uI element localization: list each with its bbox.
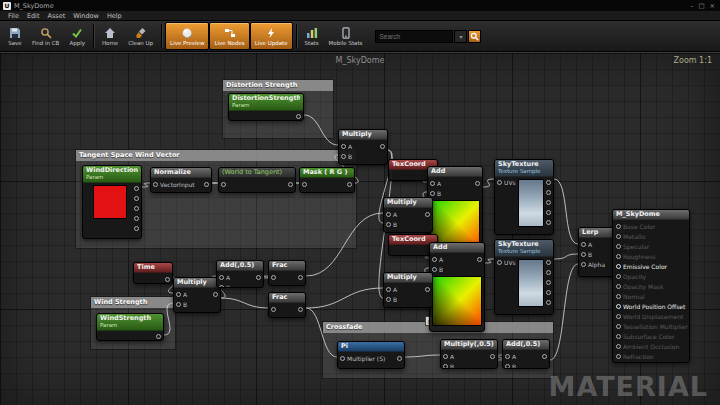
input-pin[interactable] (221, 180, 226, 188)
input-pin[interactable]: B (219, 283, 230, 288)
node-multiply-3[interactable]: MultiplyAB (383, 272, 433, 308)
output-pin[interactable] (213, 290, 218, 298)
node-add-2[interactable]: AddAB (429, 242, 485, 332)
node-multiply-2[interactable]: MultiplyAB (383, 197, 433, 233)
output-pin[interactable] (256, 273, 261, 281)
live-nodes-toggle[interactable]: Live Nodes (209, 22, 249, 50)
input-pin[interactable]: VectorInput (153, 180, 195, 188)
output-pin[interactable] (347, 180, 352, 188)
menu-help[interactable]: Help (103, 12, 126, 20)
output-pin-base-color[interactable]: Base Color (613, 221, 689, 231)
output-pin-emissive-color[interactable]: Emissive Color (613, 261, 689, 271)
node-add-0-5-a[interactable]: Add(,0.5)AB (216, 260, 264, 288)
apply-button[interactable]: Apply (64, 22, 90, 50)
node-skytexture-2[interactable]: SkyTextureTexture SampleUVs (494, 239, 554, 315)
output-pin-subsurface-color[interactable]: Subsurface Color (613, 331, 689, 341)
output-pin[interactable] (546, 199, 551, 207)
node-winddirection[interactable]: WindDirectionParam (82, 165, 142, 239)
output-pin[interactable] (298, 305, 303, 313)
output-pin-specular[interactable]: Specular (613, 241, 689, 251)
output-pin[interactable] (288, 180, 293, 188)
input-pin[interactable]: A (386, 210, 397, 218)
node-multiply-0-5[interactable]: Multiply(,0.5)AB (440, 339, 498, 369)
output-pin[interactable] (156, 333, 161, 341)
node-distortionstrength[interactable]: DistortionStrengthParam (228, 93, 304, 121)
output-pin[interactable] (546, 279, 551, 287)
output-pin[interactable] (397, 354, 402, 362)
node-mask-r-g[interactable]: Mask ( R G ) (299, 167, 355, 193)
menu-file[interactable]: File (4, 12, 23, 20)
live-preview-toggle[interactable]: Live Preview (165, 22, 209, 50)
input-pin[interactable]: A (219, 273, 230, 281)
output-pin[interactable] (425, 210, 430, 218)
node-add-0-5-b[interactable]: Add(,0.5)AB (502, 339, 550, 369)
output-pin[interactable] (134, 195, 139, 203)
output-pin[interactable] (204, 180, 209, 188)
input-pin[interactable]: B (432, 265, 443, 273)
output-pin[interactable] (134, 205, 139, 213)
output-pin-roughness[interactable]: Roughness (613, 251, 689, 261)
output-pin[interactable] (546, 299, 551, 307)
input-pin[interactable]: A (176, 290, 187, 298)
output-pin-opacity[interactable]: Opacity (613, 271, 689, 281)
node-world-to-tangent[interactable]: (World to Tangent) (218, 167, 296, 193)
output-pin-refraction[interactable]: Refraction (613, 351, 689, 361)
save-button[interactable]: Save (3, 22, 27, 50)
home-button[interactable]: Home (97, 22, 123, 50)
output-pin[interactable] (546, 289, 551, 297)
output-pin-world-position-offset[interactable]: World Position Offset (613, 301, 689, 311)
input-pin[interactable]: B (341, 152, 352, 160)
menu-edit[interactable]: Edit (23, 12, 44, 20)
live-update-toggle[interactable]: Live Update (250, 22, 293, 50)
input-pin[interactable]: B (386, 220, 397, 228)
output-pin[interactable] (546, 269, 551, 277)
stats-button[interactable]: Stats (300, 22, 324, 50)
node-frac-1[interactable]: Frac (268, 260, 306, 286)
node-multiply-4[interactable]: MultiplyAB (173, 277, 221, 313)
input-pin[interactable]: A (430, 179, 441, 187)
input-pin[interactable]: A (581, 240, 605, 248)
input-pin[interactable] (271, 273, 276, 281)
search-go-button[interactable] (468, 30, 481, 43)
node-windstrength[interactable]: WindStrengthParam (96, 313, 164, 341)
node-pi[interactable]: PiMultiplier (S) (337, 341, 405, 369)
output-pin[interactable] (298, 273, 303, 281)
input-pin[interactable]: UVs (497, 259, 516, 267)
output-pin[interactable] (546, 259, 551, 267)
node-frac-2[interactable]: Frac (268, 292, 306, 318)
input-pin[interactable]: A (386, 285, 397, 293)
input-pin[interactable]: B (386, 295, 397, 303)
input-pin[interactable]: Multiplier (S) (340, 354, 385, 362)
input-pin[interactable]: UVs (497, 179, 516, 187)
output-pin[interactable] (134, 185, 139, 193)
output-pin-normal[interactable]: Normal (613, 291, 689, 301)
output-pin[interactable] (546, 179, 551, 187)
output-pin-world-displacement[interactable]: World Displacement (613, 311, 689, 321)
output-pin[interactable] (134, 215, 139, 223)
input-pin[interactable] (271, 305, 276, 313)
output-pin[interactable] (546, 209, 551, 217)
node-m-skydome-output[interactable]: M_SkyDomeBase ColorMetallicSpecularRough… (612, 209, 690, 363)
input-pin[interactable]: B (443, 362, 454, 369)
menu-asset[interactable]: Asset (43, 12, 69, 20)
close-button[interactable]: × (710, 2, 715, 10)
output-pin[interactable] (490, 352, 495, 360)
minimize-button[interactable]: – (690, 2, 693, 10)
output-pin-tessellation-multiplier[interactable]: Tessellation Multiplier (613, 321, 689, 331)
input-pin[interactable]: A (443, 352, 454, 360)
output-pin[interactable] (546, 189, 551, 197)
output-pin[interactable] (477, 255, 482, 263)
output-pin[interactable] (296, 113, 301, 121)
output-pin[interactable] (542, 352, 547, 360)
input-pin[interactable]: A (341, 142, 352, 150)
clean-up-button[interactable]: Clean Up (123, 22, 158, 50)
output-pin[interactable] (475, 179, 480, 187)
menu-window[interactable]: Window (69, 12, 103, 20)
input-pin[interactable]: B (430, 189, 441, 197)
maximize-button[interactable]: □ (698, 2, 704, 10)
graph-canvas[interactable]: M_SkyDome Zoom 1:1 MATERIAL Distortion S… (0, 52, 720, 405)
node-multiply-1[interactable]: MultiplyAB (338, 129, 388, 165)
input-pin[interactable] (302, 180, 307, 188)
output-pin[interactable] (165, 275, 170, 283)
find-in-cb-button[interactable]: Find in CB (27, 22, 64, 50)
